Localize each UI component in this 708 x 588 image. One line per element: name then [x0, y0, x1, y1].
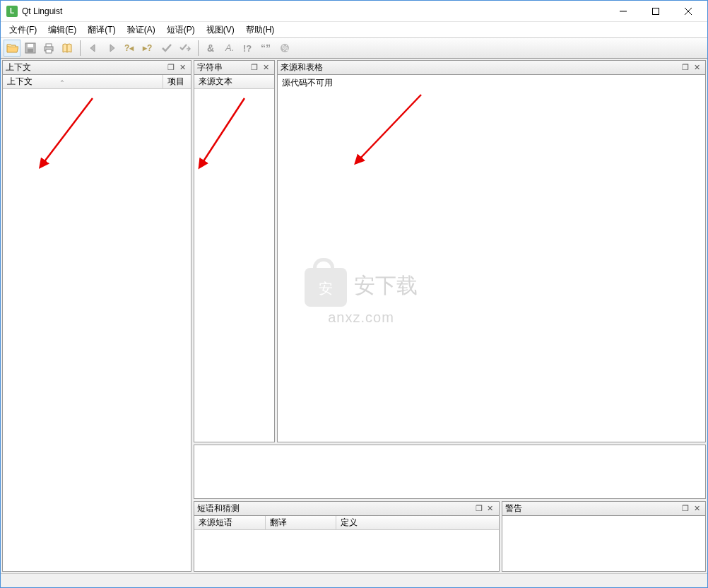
menu-translate[interactable]: 翻译(T) [82, 23, 121, 37]
panel-close-button[interactable]: ✕ [691, 503, 702, 514]
validate-placemarker-button[interactable]: % [276, 40, 293, 57]
svg-rect-9 [46, 49, 52, 53]
panel-title: 字符串 [197, 61, 249, 74]
validate-accelerators-button[interactable]: & [203, 40, 220, 57]
source-unavailable-text: 源代码不可用 [278, 75, 705, 91]
done-next-button[interactable] [177, 40, 194, 57]
strings-list[interactable] [194, 89, 274, 442]
floppy-icon [24, 42, 37, 54]
panel-float-button[interactable]: ❐ [680, 503, 691, 514]
menu-phrases[interactable]: 短语(P) [161, 23, 201, 37]
menu-help[interactable]: 帮助(H) [240, 23, 281, 37]
phrases-guesses-panel: 短语和猜测 ❐ ✕ 来源短语 翻译 定义 [194, 501, 500, 572]
window-title: Qt Linguist [22, 6, 607, 16]
a-underline-icon: A. [223, 42, 236, 54]
menu-validate[interactable]: 验证(A) [122, 23, 161, 37]
prev-question-icon: ?◂ [124, 42, 136, 54]
svg-text:!?: !? [243, 43, 252, 54]
panel-float-button[interactable]: ❐ [473, 503, 485, 514]
open-button[interactable] [4, 40, 20, 57]
close-icon [685, 8, 692, 15]
minimize-button[interactable] [607, 1, 639, 21]
svg-text:▸?: ▸? [142, 43, 152, 53]
panel-title: 短语和猜测 [197, 502, 473, 514]
book-icon [61, 42, 73, 54]
column-label: 上下文 [7, 76, 33, 88]
column-header-source-phrase[interactable]: 来源短语 [194, 516, 265, 529]
check-icon [160, 42, 173, 54]
prev-unfinished-button[interactable]: ?◂ [122, 40, 138, 57]
status-bar [1, 573, 707, 587]
minimize-icon [620, 8, 627, 15]
warnings-panel: 警告 ❐ ✕ [502, 501, 706, 572]
folder-open-icon [6, 42, 18, 54]
maximize-icon [652, 8, 659, 15]
column-header-items[interactable]: 项目 [163, 75, 191, 88]
column-header-source-text[interactable]: 来源文本 [194, 75, 274, 88]
column-header-context[interactable]: 上下文 ^ [3, 75, 163, 88]
validate-surrounding-button[interactable]: A. [221, 40, 238, 57]
validate-punctuation-button[interactable]: !? [240, 40, 256, 57]
next-question-icon: ▸? [142, 42, 155, 54]
phrasebook-button[interactable] [59, 40, 76, 57]
arrow-left-icon [88, 42, 99, 54]
done-button[interactable] [158, 40, 175, 57]
context-panel: 上下文 ❐ ✕ 上下文 ^ 项目 [2, 60, 191, 572]
menu-view[interactable]: 视图(V) [201, 23, 240, 37]
column-header-definition[interactable]: 定义 [336, 516, 499, 529]
strings-panel: 字符串 ❐ ✕ 来源文本 [194, 60, 275, 442]
svg-rect-8 [46, 44, 52, 47]
save-button[interactable] [22, 40, 39, 57]
panel-title: 警告 [505, 502, 680, 514]
phrases-list[interactable] [194, 530, 499, 571]
panel-title: 上下文 [6, 61, 165, 74]
column-header-translation[interactable]: 翻译 [265, 516, 336, 529]
panel-float-button[interactable]: ❐ [165, 62, 177, 74]
panel-header: 来源和表格 ❐ ✕ [278, 61, 705, 75]
panel-float-button[interactable]: ❐ [249, 62, 260, 74]
source-code-viewer: 源代码不可用 [278, 75, 705, 442]
check-next-icon [179, 42, 191, 54]
close-button[interactable] [672, 1, 704, 21]
main-content: 上下文 ❐ ✕ 上下文 ^ 项目 字符串 ❐ ✕ [1, 59, 707, 573]
panel-header: 上下文 ❐ ✕ [3, 61, 191, 75]
phrases-column-headers: 来源短语 翻译 定义 [194, 516, 499, 530]
ampersand-icon: & [205, 42, 218, 54]
menu-file[interactable]: 文件(F) [4, 23, 42, 37]
arrow-right-icon [106, 42, 117, 54]
context-list[interactable] [3, 89, 191, 571]
menu-edit[interactable]: 编辑(E) [42, 23, 82, 37]
printer-icon [42, 42, 55, 54]
prev-button[interactable] [85, 40, 102, 57]
strings-column-headers: 来源文本 [194, 75, 274, 89]
panel-close-button[interactable]: ✕ [691, 62, 702, 74]
panel-close-button[interactable]: ✕ [485, 503, 496, 514]
next-unfinished-button[interactable]: ▸? [140, 40, 157, 57]
menu-bar: 文件(F) 编辑(E) 翻译(T) 验证(A) 短语(P) 视图(V) 帮助(H… [1, 22, 707, 37]
print-button[interactable] [40, 40, 57, 57]
exclaim-question-icon: !? [242, 42, 254, 54]
quotes-icon: “” [260, 42, 273, 54]
panel-close-button[interactable]: ✕ [177, 62, 188, 74]
toolbar: ?◂ ▸? & A. !? “” % [1, 37, 707, 59]
warnings-list[interactable] [502, 516, 705, 571]
title-bar: L Qt Linguist [1, 1, 707, 22]
svg-text:“”: “” [261, 42, 271, 54]
percent-icon: % [278, 42, 291, 54]
svg-rect-6 [28, 49, 33, 52]
maximize-button[interactable] [639, 1, 672, 21]
translation-editor[interactable] [194, 445, 706, 499]
svg-text:&: & [207, 42, 214, 54]
source-forms-panel: 来源和表格 ❐ ✕ 源代码不可用 [277, 60, 706, 442]
app-icon: L [6, 6, 18, 17]
toolbar-separator [198, 40, 199, 56]
panel-title: 来源和表格 [281, 61, 680, 74]
validate-phrases-button[interactable]: “” [258, 40, 275, 57]
toolbar-separator [80, 40, 81, 56]
svg-rect-5 [28, 44, 33, 47]
panel-close-button[interactable]: ✕ [260, 62, 271, 74]
panel-header: 短语和猜测 ❐ ✕ [194, 502, 499, 516]
panel-float-button[interactable]: ❐ [680, 62, 691, 74]
next-button[interactable] [103, 40, 120, 57]
context-column-headers: 上下文 ^ 项目 [3, 75, 191, 89]
